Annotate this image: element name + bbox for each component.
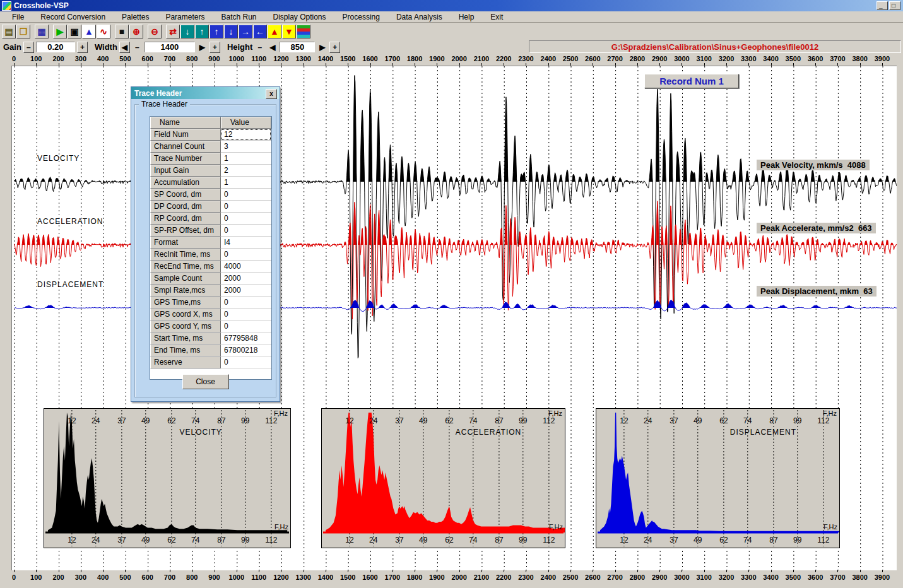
ruler-label: 3300 bbox=[741, 573, 756, 581]
menu-item-data-analysis[interactable]: Data Analysis bbox=[388, 12, 451, 22]
menu-item-display-options[interactable]: Display Options bbox=[265, 12, 334, 22]
menu-item-palettes[interactable]: Palettes bbox=[114, 12, 157, 22]
row-value[interactable]: 3 bbox=[221, 141, 271, 153]
row-value[interactable]: 4000 bbox=[221, 261, 271, 273]
trace-label-acceleration: ACCELERATION bbox=[37, 217, 103, 226]
move-down-button[interactable]: ↓ bbox=[224, 25, 238, 38]
new-file-button[interactable]: ▤ bbox=[2, 25, 16, 38]
row-value[interactable]: I4 bbox=[221, 237, 271, 249]
gain-value[interactable]: 0.20 bbox=[36, 42, 75, 52]
row-value[interactable]: 2000 bbox=[221, 285, 271, 297]
width-increase-button[interactable]: + bbox=[210, 42, 220, 53]
menu-item-batch-run[interactable]: Batch Run bbox=[213, 12, 264, 22]
ruler-tick-mark bbox=[637, 570, 638, 572]
height-scroll-left-button[interactable]: ◀ bbox=[267, 42, 278, 53]
menu-item-help[interactable]: Help bbox=[451, 12, 483, 22]
amp-up-button[interactable]: ▲ bbox=[268, 25, 281, 38]
amp-down-button[interactable]: ▼ bbox=[282, 25, 296, 38]
width-value[interactable]: 1400 bbox=[145, 42, 195, 52]
palette-button[interactable] bbox=[297, 25, 310, 38]
width-decrease-button[interactable]: – bbox=[132, 42, 143, 53]
dialog-title-bar[interactable]: Trace Header bbox=[131, 87, 280, 99]
ruler-tick-mark bbox=[304, 570, 304, 572]
height-decrease-button[interactable]: – bbox=[254, 42, 265, 53]
waveform-button[interactable]: ∿ bbox=[97, 25, 110, 38]
width-scroll-left-button[interactable]: ◀ bbox=[119, 42, 130, 53]
height-scroll-right-button[interactable]: ▶ bbox=[317, 42, 328, 53]
freq-tick-label: 99 bbox=[519, 416, 527, 425]
minimize-button[interactable]: _ bbox=[876, 1, 888, 10]
row-value[interactable]: 0 bbox=[221, 213, 271, 225]
dialog-close-icon[interactable]: x bbox=[266, 89, 277, 99]
spectrum-box-acceleration: F,HzF,HzACCELERATION12122424373749496262… bbox=[321, 408, 565, 548]
time-ruler-top: 0100200300400500600700800900100011001200… bbox=[0, 54, 903, 66]
row-value[interactable]: 0 bbox=[221, 356, 271, 368]
height-value[interactable]: 850 bbox=[280, 42, 315, 52]
menu-item-record-conversion[interactable]: Record Conversion bbox=[32, 12, 114, 22]
freq-tick-label: 37 bbox=[395, 536, 403, 544]
row-value[interactable]: 0 bbox=[221, 189, 271, 201]
shift-up-button[interactable]: ↑ bbox=[195, 25, 209, 38]
freq-tick-label: 62 bbox=[719, 416, 728, 425]
menu-item-exit[interactable]: Exit bbox=[482, 12, 511, 22]
ruler-label: 2600 bbox=[585, 55, 600, 62]
row-value[interactable]: 12 bbox=[221, 129, 271, 141]
move-up-button[interactable]: ↑ bbox=[210, 25, 223, 38]
play-button[interactable]: ▶ bbox=[53, 25, 67, 38]
row-value[interactable]: 67800218 bbox=[221, 344, 271, 356]
ruler-label: 2900 bbox=[652, 573, 667, 581]
row-value[interactable]: 1 bbox=[221, 177, 271, 189]
zoom-out-button[interactable]: ⊖ bbox=[148, 25, 162, 38]
move-left-icon: ← bbox=[256, 26, 264, 37]
ruler-label: 400 bbox=[97, 55, 109, 62]
move-left-button[interactable]: ← bbox=[253, 25, 267, 38]
ruler-tick-mark bbox=[793, 570, 794, 572]
freq-tick-label: 112 bbox=[817, 536, 829, 544]
row-value[interactable]: 0 bbox=[221, 297, 271, 309]
save-button[interactable]: ■ bbox=[115, 25, 129, 38]
row-value[interactable]: 2 bbox=[221, 165, 271, 177]
ruler-label: 3700 bbox=[830, 55, 845, 62]
row-value[interactable]: 0 bbox=[221, 309, 271, 320]
open-file-button[interactable]: ❐ bbox=[16, 25, 30, 38]
freq-tick-label: 24 bbox=[369, 536, 377, 544]
row-value[interactable]: 0 bbox=[221, 225, 271, 237]
width-scroll-right-button[interactable]: ▶ bbox=[197, 42, 208, 53]
menu-item-parameters[interactable]: Parameters bbox=[157, 12, 213, 22]
menu-item-file[interactable]: File bbox=[4, 12, 32, 22]
row-value[interactable]: 0 bbox=[221, 249, 271, 261]
stop-button[interactable]: ▣ bbox=[68, 25, 81, 38]
ruler-label: 1100 bbox=[251, 573, 266, 581]
move-right-button[interactable]: → bbox=[239, 25, 252, 38]
table-row: GPS coord X, ms0 bbox=[150, 309, 271, 320]
gain-decrease-button[interactable]: – bbox=[23, 42, 34, 53]
ruler-tick-mark bbox=[548, 570, 549, 572]
ruler-label: 600 bbox=[142, 55, 153, 62]
height-increase-button[interactable]: + bbox=[329, 42, 340, 53]
shift-down-button[interactable]: ↓ bbox=[180, 25, 194, 38]
save-record-button[interactable]: ▦ bbox=[35, 25, 49, 38]
row-value[interactable]: 0 bbox=[221, 201, 271, 213]
ruler-tick-mark bbox=[570, 570, 571, 572]
menu-item-processing[interactable]: Processing bbox=[334, 12, 388, 22]
ruler-tick-mark bbox=[682, 570, 682, 572]
histogram-button[interactable]: ▲ bbox=[82, 25, 96, 38]
row-value[interactable]: 0 bbox=[221, 320, 271, 332]
row-name: Input Gain bbox=[150, 165, 221, 177]
row-value[interactable]: 67795848 bbox=[221, 332, 271, 344]
row-value[interactable]: 2000 bbox=[221, 273, 271, 285]
ruler-label: 2800 bbox=[630, 573, 645, 581]
row-value[interactable]: 1 bbox=[221, 153, 271, 165]
gain-increase-button[interactable]: + bbox=[77, 42, 88, 53]
ruler-label: 2400 bbox=[541, 573, 556, 581]
zoom-in-button[interactable]: ⊕ bbox=[129, 25, 143, 38]
ruler-label: 2300 bbox=[518, 55, 533, 62]
close-button[interactable]: Close bbox=[182, 374, 229, 389]
maximize-button[interactable]: □ bbox=[889, 1, 900, 10]
play-icon: ▶ bbox=[57, 26, 64, 37]
ruler-tick-mark bbox=[659, 570, 660, 572]
ruler-label: 800 bbox=[186, 55, 198, 62]
table-row: FormatI4 bbox=[150, 237, 271, 249]
row-name: Format bbox=[150, 237, 221, 249]
swap-traces-button[interactable]: ⇄ bbox=[166, 25, 180, 38]
